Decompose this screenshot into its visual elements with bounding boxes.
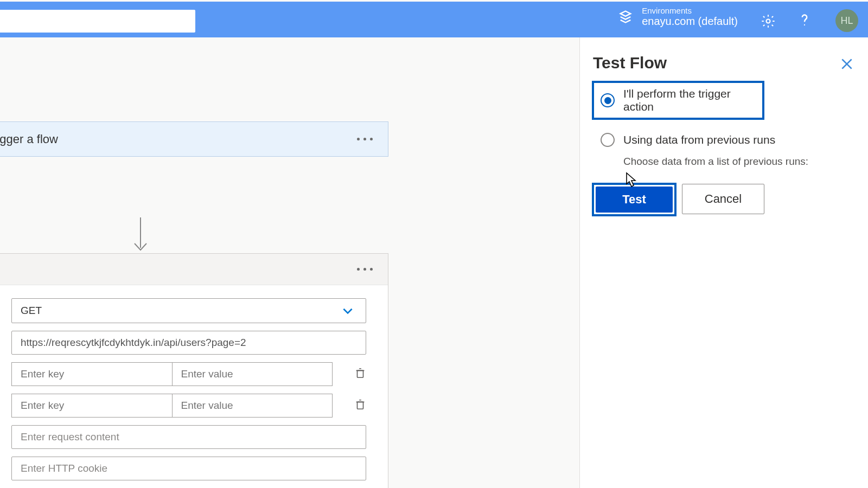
app-header: Environments enayu.com (default) HL [0, 2, 868, 37]
radio-manual-label: I'll perform the trigger action [623, 87, 756, 113]
test-button[interactable]: Test [596, 187, 673, 213]
radio-manual-trigger[interactable]: I'll perform the trigger action [593, 82, 763, 119]
test-button-focus-ring: Test [593, 184, 675, 215]
radio-icon-unselected [601, 133, 615, 147]
delete-header-button-2[interactable] [354, 399, 366, 413]
environment-selector[interactable]: Environments enayu.com (default) [618, 6, 738, 28]
environment-value: enayu.com (default) [642, 15, 738, 28]
http-action-card[interactable]: GET [0, 253, 388, 488]
environments-icon [618, 9, 633, 24]
question-icon [795, 10, 814, 29]
chevron-down-icon [341, 304, 355, 318]
cancel-button[interactable]: Cancel [682, 184, 764, 214]
http-cookie-input[interactable] [11, 457, 366, 480]
radio-previous-sublabel: Choose data from a list of previous runs… [623, 156, 847, 168]
header-value-input-1[interactable] [172, 362, 333, 386]
close-panel-button[interactable] [840, 57, 854, 73]
gear-icon [761, 14, 776, 29]
search-input[interactable] [0, 10, 195, 33]
delete-icon [354, 399, 366, 410]
svg-rect-4 [358, 402, 363, 409]
radio-previous-runs[interactable]: Using data from previous runs [601, 127, 847, 152]
close-icon [840, 57, 854, 71]
http-method-value: GET [21, 305, 42, 317]
http-body-input[interactable] [11, 425, 366, 449]
trigger-card[interactable]: trigger a flow [0, 121, 388, 157]
environments-label: Environments [642, 6, 738, 15]
settings-button[interactable] [761, 14, 776, 31]
header-value-input-2[interactable] [172, 394, 333, 418]
delete-header-button-1[interactable] [354, 367, 366, 381]
test-button-label: Test [622, 192, 646, 207]
svg-point-0 [767, 20, 770, 23]
header-key-input-2[interactable] [11, 394, 172, 418]
avatar-initials: HL [840, 15, 853, 27]
header-key-input-1[interactable] [11, 362, 172, 386]
delete-icon [354, 367, 366, 379]
trigger-more-button[interactable] [357, 138, 373, 140]
radio-previous-label: Using data from previous runs [623, 133, 775, 146]
connector-arrow [132, 217, 149, 256]
http-method-select[interactable]: GET [11, 298, 366, 323]
svg-rect-3 [358, 370, 363, 377]
http-url-input[interactable] [11, 331, 366, 355]
svg-point-1 [804, 24, 805, 25]
action-card-header [0, 254, 388, 285]
flow-canvas: trigger a flow put GET [0, 37, 580, 488]
action-more-button[interactable] [357, 268, 373, 271]
help-button[interactable] [795, 10, 814, 31]
trigger-title: trigger a flow [0, 132, 58, 146]
test-flow-panel: Test Flow I'll perform the trigger actio… [579, 37, 868, 488]
cancel-button-label: Cancel [705, 192, 742, 206]
radio-icon-selected [601, 93, 615, 107]
user-avatar[interactable]: HL [835, 9, 858, 32]
panel-title: Test Flow [593, 54, 855, 72]
